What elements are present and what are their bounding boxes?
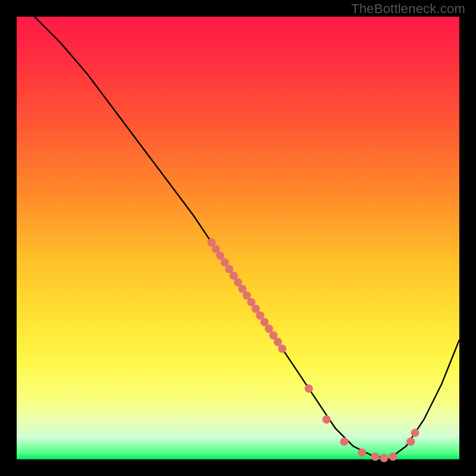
scatter-dot [358,449,366,457]
plot-background [17,17,459,459]
scatter-dot [278,345,286,353]
scatter-dot [406,437,415,446]
bottleneck-chart [0,0,476,476]
scatter-dot [340,437,349,446]
scatter-dot [305,384,313,393]
scatter-dot [322,415,331,424]
chart-frame: TheBottleneck.com [0,0,476,476]
watermark-label: TheBottleneck.com [351,1,465,17]
scatter-dot [411,428,419,437]
scatter-dot [371,453,380,461]
scatter-dot [389,453,397,461]
scatter-dot [380,454,389,462]
